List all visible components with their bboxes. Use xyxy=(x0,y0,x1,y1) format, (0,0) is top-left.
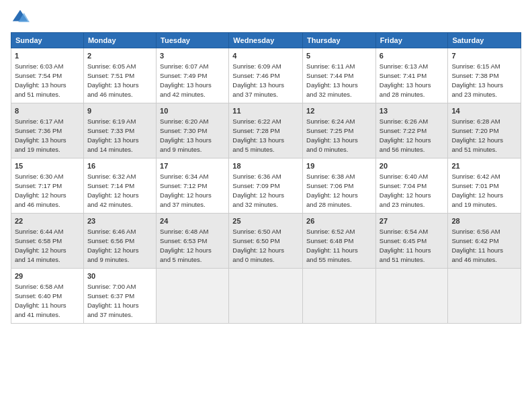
day-number: 7 xyxy=(451,51,517,61)
day-of-week-thursday: Thursday xyxy=(303,33,376,48)
day-number: 16 xyxy=(87,161,152,171)
day-info: Sunrise: 6:30 AM Sunset: 7:17 PM Dayligh… xyxy=(15,172,80,209)
day-number: 29 xyxy=(15,271,80,281)
calendar-header: SundayMondayTuesdayWednesdayThursdayFrid… xyxy=(11,33,521,48)
day-info: Sunrise: 6:19 AM Sunset: 7:33 PM Dayligh… xyxy=(87,117,152,154)
calendar-cell: 3Sunrise: 6:07 AM Sunset: 7:49 PM Daylig… xyxy=(157,48,229,103)
day-info: Sunrise: 6:32 AM Sunset: 7:14 PM Dayligh… xyxy=(87,172,152,209)
day-number: 5 xyxy=(306,51,372,61)
calendar-cell: 10Sunrise: 6:20 AM Sunset: 7:30 PM Dayli… xyxy=(157,103,229,158)
day-info: Sunrise: 6:11 AM Sunset: 7:44 PM Dayligh… xyxy=(306,62,372,99)
day-number: 20 xyxy=(380,161,445,171)
day-info: Sunrise: 6:34 AM Sunset: 7:12 PM Dayligh… xyxy=(160,172,225,209)
calendar-cell: 26Sunrise: 6:52 AM Sunset: 6:48 PM Dayli… xyxy=(303,214,376,269)
calendar-cell: 11Sunrise: 6:22 AM Sunset: 7:28 PM Dayli… xyxy=(229,103,303,158)
day-info: Sunrise: 6:36 AM Sunset: 7:09 PM Dayligh… xyxy=(232,172,299,209)
day-info: Sunrise: 6:38 AM Sunset: 7:06 PM Dayligh… xyxy=(306,172,372,209)
day-info: Sunrise: 6:15 AM Sunset: 7:38 PM Dayligh… xyxy=(451,62,517,99)
day-info: Sunrise: 6:54 AM Sunset: 6:45 PM Dayligh… xyxy=(380,227,445,264)
day-info: Sunrise: 6:42 AM Sunset: 7:01 PM Dayligh… xyxy=(451,172,517,209)
day-info: Sunrise: 6:58 AM Sunset: 6:40 PM Dayligh… xyxy=(15,282,80,319)
day-info: Sunrise: 6:09 AM Sunset: 7:46 PM Dayligh… xyxy=(232,62,299,99)
day-info: Sunrise: 6:52 AM Sunset: 6:48 PM Dayligh… xyxy=(306,227,372,264)
calendar-cell: 24Sunrise: 6:48 AM Sunset: 6:53 PM Dayli… xyxy=(157,214,229,269)
calendar-cell: 1Sunrise: 6:03 AM Sunset: 7:54 PM Daylig… xyxy=(11,48,84,103)
day-of-week-tuesday: Tuesday xyxy=(157,33,229,48)
calendar-cell: 8Sunrise: 6:17 AM Sunset: 7:36 PM Daylig… xyxy=(11,103,84,158)
day-number: 14 xyxy=(451,106,517,116)
calendar-cell: 29Sunrise: 6:58 AM Sunset: 6:40 PM Dayli… xyxy=(11,269,84,324)
calendar-week-1: 1Sunrise: 6:03 AM Sunset: 7:54 PM Daylig… xyxy=(11,48,521,103)
calendar-cell xyxy=(303,269,376,324)
calendar-cell: 5Sunrise: 6:11 AM Sunset: 7:44 PM Daylig… xyxy=(303,48,376,103)
day-number: 28 xyxy=(451,216,517,226)
day-info: Sunrise: 6:40 AM Sunset: 7:04 PM Dayligh… xyxy=(380,172,445,209)
calendar-cell: 28Sunrise: 6:56 AM Sunset: 6:42 PM Dayli… xyxy=(448,214,521,269)
calendar-cell: 21Sunrise: 6:42 AM Sunset: 7:01 PM Dayli… xyxy=(448,158,521,214)
calendar-cell: 27Sunrise: 6:54 AM Sunset: 6:45 PM Dayli… xyxy=(375,214,448,269)
calendar-cell xyxy=(157,269,229,324)
calendar-cell: 9Sunrise: 6:19 AM Sunset: 7:33 PM Daylig… xyxy=(83,103,156,158)
calendar-week-2: 8Sunrise: 6:17 AM Sunset: 7:36 PM Daylig… xyxy=(11,103,521,158)
day-number: 23 xyxy=(87,216,152,226)
header xyxy=(11,8,521,27)
day-info: Sunrise: 6:07 AM Sunset: 7:49 PM Dayligh… xyxy=(160,62,225,99)
calendar-table: SundayMondayTuesdayWednesdayThursdayFrid… xyxy=(11,32,521,324)
calendar-cell: 2Sunrise: 6:05 AM Sunset: 7:51 PM Daylig… xyxy=(83,48,156,103)
day-number: 11 xyxy=(232,106,299,116)
day-number: 18 xyxy=(232,161,299,171)
day-info: Sunrise: 6:03 AM Sunset: 7:54 PM Dayligh… xyxy=(15,62,80,99)
calendar-cell: 17Sunrise: 6:34 AM Sunset: 7:12 PM Dayli… xyxy=(157,158,229,214)
day-of-week-friday: Friday xyxy=(375,33,448,48)
calendar-cell: 13Sunrise: 6:26 AM Sunset: 7:22 PM Dayli… xyxy=(375,103,448,158)
day-number: 10 xyxy=(160,106,225,116)
day-info: Sunrise: 6:26 AM Sunset: 7:22 PM Dayligh… xyxy=(380,117,445,154)
day-number: 9 xyxy=(87,106,152,116)
day-number: 17 xyxy=(160,161,225,171)
day-number: 19 xyxy=(306,161,372,171)
day-number: 2 xyxy=(87,51,152,61)
day-number: 24 xyxy=(160,216,225,226)
calendar-cell: 23Sunrise: 6:46 AM Sunset: 6:56 PM Dayli… xyxy=(83,214,156,269)
day-info: Sunrise: 6:56 AM Sunset: 6:42 PM Dayligh… xyxy=(451,227,517,264)
day-of-week-saturday: Saturday xyxy=(448,33,521,48)
calendar-cell: 6Sunrise: 6:13 AM Sunset: 7:41 PM Daylig… xyxy=(375,48,448,103)
calendar-cell: 18Sunrise: 6:36 AM Sunset: 7:09 PM Dayli… xyxy=(229,158,303,214)
header-row: SundayMondayTuesdayWednesdayThursdayFrid… xyxy=(11,33,521,48)
calendar-cell: 14Sunrise: 6:28 AM Sunset: 7:20 PM Dayli… xyxy=(448,103,521,158)
day-number: 4 xyxy=(232,51,299,61)
day-number: 6 xyxy=(380,51,445,61)
day-info: Sunrise: 6:48 AM Sunset: 6:53 PM Dayligh… xyxy=(160,227,225,264)
day-number: 26 xyxy=(306,216,372,226)
calendar-cell xyxy=(229,269,303,324)
calendar-cell: 12Sunrise: 6:24 AM Sunset: 7:25 PM Dayli… xyxy=(303,103,376,158)
calendar-cell: 25Sunrise: 6:50 AM Sunset: 6:50 PM Dayli… xyxy=(229,214,303,269)
logo-icon xyxy=(11,8,30,27)
calendar-cell: 20Sunrise: 6:40 AM Sunset: 7:04 PM Dayli… xyxy=(375,158,448,214)
day-number: 1 xyxy=(15,51,80,61)
day-number: 21 xyxy=(451,161,517,171)
calendar-cell: 22Sunrise: 6:44 AM Sunset: 6:58 PM Dayli… xyxy=(11,214,84,269)
calendar-cell: 7Sunrise: 6:15 AM Sunset: 7:38 PM Daylig… xyxy=(448,48,521,103)
calendar-body: 1Sunrise: 6:03 AM Sunset: 7:54 PM Daylig… xyxy=(11,48,521,324)
day-number: 25 xyxy=(232,216,299,226)
day-info: Sunrise: 6:46 AM Sunset: 6:56 PM Dayligh… xyxy=(87,227,152,264)
day-info: Sunrise: 6:24 AM Sunset: 7:25 PM Dayligh… xyxy=(306,117,372,154)
day-info: Sunrise: 6:13 AM Sunset: 7:41 PM Dayligh… xyxy=(380,62,445,99)
day-info: Sunrise: 6:22 AM Sunset: 7:28 PM Dayligh… xyxy=(232,117,299,154)
day-number: 13 xyxy=(380,106,445,116)
calendar-week-3: 15Sunrise: 6:30 AM Sunset: 7:17 PM Dayli… xyxy=(11,158,521,214)
day-of-week-wednesday: Wednesday xyxy=(229,33,303,48)
day-number: 22 xyxy=(15,216,80,226)
day-of-week-sunday: Sunday xyxy=(11,33,84,48)
calendar-cell: 16Sunrise: 6:32 AM Sunset: 7:14 PM Dayli… xyxy=(83,158,156,214)
day-number: 3 xyxy=(160,51,225,61)
calendar-cell xyxy=(448,269,521,324)
day-info: Sunrise: 6:17 AM Sunset: 7:36 PM Dayligh… xyxy=(15,117,80,154)
calendar-week-5: 29Sunrise: 6:58 AM Sunset: 6:40 PM Dayli… xyxy=(11,269,521,324)
day-info: Sunrise: 6:28 AM Sunset: 7:20 PM Dayligh… xyxy=(451,117,517,154)
day-of-week-monday: Monday xyxy=(83,33,156,48)
day-info: Sunrise: 6:44 AM Sunset: 6:58 PM Dayligh… xyxy=(15,227,80,264)
day-number: 30 xyxy=(87,271,152,281)
day-number: 8 xyxy=(15,106,80,116)
